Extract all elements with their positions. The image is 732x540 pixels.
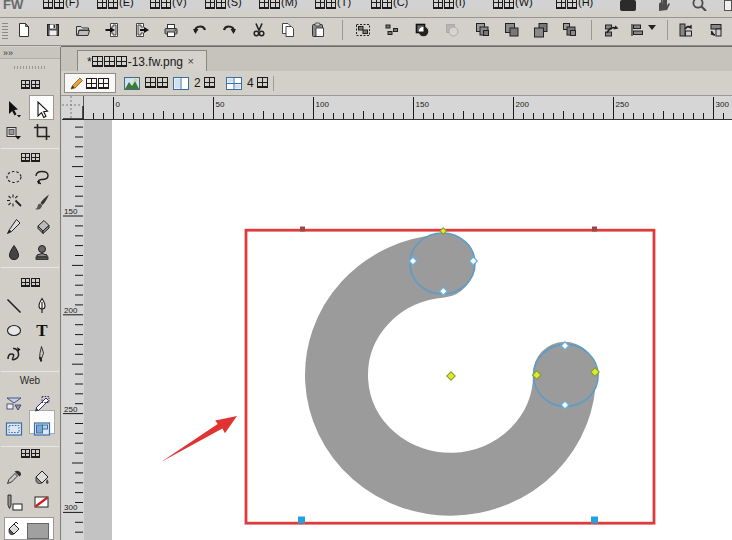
svg-text:100: 100 [316,100,330,109]
svg-text:150: 150 [64,207,78,216]
svg-text:0: 0 [116,100,121,109]
svg-text:250: 250 [616,100,630,109]
svg-text:300: 300 [716,100,730,109]
svg-text:250: 250 [64,405,78,414]
svg-text:300: 300 [64,503,78,512]
svg-text:T: T [36,321,48,339]
svg-text:150: 150 [416,100,430,109]
svg-text:50: 50 [216,100,225,109]
svg-text:200: 200 [516,100,530,109]
svg-text:200: 200 [64,306,78,315]
